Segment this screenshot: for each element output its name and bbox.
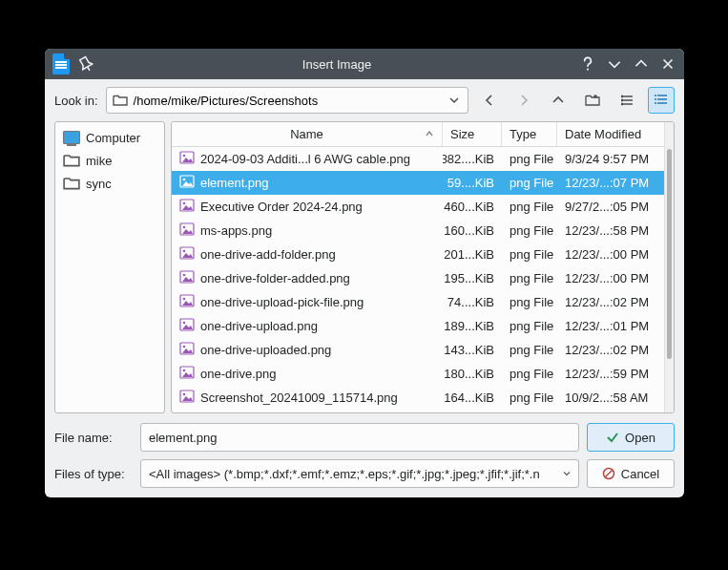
sidebar-item-sync[interactable]: sync: [61, 172, 158, 195]
file-name: one-drive-add-folder.png: [200, 247, 336, 262]
file-list: Name Size Type Date Modified 2024-09-03 …: [171, 121, 675, 413]
image-file-icon: [179, 175, 195, 191]
svg-point-17: [183, 298, 186, 301]
file-dialog: Insert Image Look in: /home/mike/Picture…: [45, 49, 684, 497]
file-name: element.png: [200, 176, 269, 190]
file-date: 12/23/...:02 PM: [557, 295, 664, 309]
path-combo[interactable]: /home/mike/Pictures/Screenshots: [106, 87, 468, 114]
close-button[interactable]: [659, 55, 676, 73]
file-date: 12/23/...:00 PM: [557, 271, 664, 285]
file-date: 9/27/2...:05 PM: [557, 200, 664, 214]
file-name: Executive Order 2024-24.png: [200, 200, 363, 214]
image-file-icon: [179, 222, 195, 239]
svg-point-3: [655, 102, 656, 104]
file-row[interactable]: one-drive-folder-added.png195...KiBpng F…: [172, 266, 664, 290]
file-size: 189...KiB: [443, 319, 502, 333]
file-row[interactable]: element.png59....KiBpng File12/23/...:07…: [172, 171, 664, 195]
svg-point-5: [183, 155, 186, 158]
file-size: 382....KiB: [443, 152, 502, 166]
path-text: /home/mike/Pictures/Screenshots: [134, 94, 319, 108]
svg-point-15: [183, 274, 186, 277]
scroll-thumb[interactable]: [667, 149, 672, 359]
lookin-label: Look in:: [54, 94, 98, 108]
file-name: 2024-09-03 Additi...l 6 AWG cable.png: [200, 152, 410, 166]
file-date: 12/23/...:01 PM: [557, 319, 664, 333]
file-type: png File: [502, 271, 557, 285]
column-type[interactable]: Type: [502, 122, 557, 146]
folder-icon: [113, 94, 128, 107]
file-type: png File: [502, 247, 557, 262]
file-size: 160...KiB: [443, 223, 502, 238]
svg-point-0: [587, 69, 589, 71]
file-row[interactable]: Screenshot_20241009_115714.png164...KiBp…: [172, 386, 664, 410]
file-size: 164...KiB: [443, 391, 502, 405]
image-file-icon: [179, 390, 195, 406]
svg-point-13: [183, 250, 186, 253]
chevron-down-icon: [447, 93, 462, 108]
back-button[interactable]: [476, 87, 503, 114]
file-row[interactable]: Executive Order 2024-24.png460...KiBpng …: [172, 195, 664, 219]
svg-point-25: [183, 393, 186, 396]
sidebar-item-label: mike: [86, 154, 112, 168]
column-size[interactable]: Size: [443, 122, 502, 146]
pin-button[interactable]: [77, 55, 94, 73]
file-date: 12/23/...:07 PM: [557, 176, 664, 190]
minimize-button[interactable]: [606, 55, 623, 73]
file-name: one-drive-upload.png: [200, 319, 318, 333]
lookin-toolbar: Look in: /home/mike/Pictures/Screenshots: [45, 79, 684, 121]
sidebar-item-home[interactable]: mike: [61, 149, 158, 172]
help-button[interactable]: [579, 55, 596, 73]
maximize-button[interactable]: [633, 55, 650, 73]
filename-input[interactable]: element.png: [140, 423, 579, 452]
scrollbar-vertical[interactable]: [664, 122, 674, 412]
filetype-combo[interactable]: <All images> (*.bmp;*.dxf;*.emf;*.emz;*.…: [140, 459, 579, 488]
svg-point-11: [183, 226, 186, 229]
image-file-icon: [179, 151, 195, 167]
column-date[interactable]: Date Modified: [557, 122, 664, 146]
filetype-label: Files of type:: [54, 467, 133, 481]
detail-view-button[interactable]: [648, 87, 675, 114]
file-size: 59....KiB: [443, 176, 502, 190]
file-type: png File: [502, 200, 557, 214]
file-type: png File: [502, 367, 557, 381]
file-name: one-drive-folder-added.png: [200, 271, 350, 285]
file-size: 195...KiB: [443, 271, 502, 285]
file-size: 74....KiB: [443, 295, 502, 309]
new-folder-button[interactable]: [579, 87, 606, 114]
file-size: 180...KiB: [443, 367, 502, 381]
file-date: 10/9/2...:58 AM: [557, 391, 664, 405]
file-type: png File: [502, 295, 557, 309]
file-row[interactable]: 2024-09-03 Additi...l 6 AWG cable.png382…: [172, 147, 664, 171]
file-name: one-drive.png: [200, 367, 277, 381]
window-title: Insert Image: [94, 57, 579, 72]
file-header: Name Size Type Date Modified: [172, 122, 664, 147]
parent-dir-button[interactable]: [545, 87, 572, 114]
svg-point-19: [183, 322, 186, 325]
file-date: 12/23/...:00 PM: [557, 247, 664, 262]
file-date: 9/3/24 9:57 PM: [557, 152, 664, 166]
file-type: png File: [502, 319, 557, 333]
file-size: 201...KiB: [443, 247, 502, 262]
cancel-button[interactable]: Cancel: [587, 459, 675, 488]
file-row[interactable]: one-drive.png180...KiBpng File12/23/...:…: [172, 362, 664, 386]
image-file-icon: [179, 246, 195, 263]
sort-asc-icon: [425, 127, 434, 141]
file-row[interactable]: one-drive-upload-pick-file.png74....KiBp…: [172, 290, 664, 314]
file-type: png File: [502, 223, 557, 238]
folder-icon: [63, 176, 80, 191]
sidebar-item-label: Computer: [86, 131, 140, 145]
svg-point-23: [183, 369, 186, 372]
file-row[interactable]: ms-apps.png160...KiBpng File12/23/...:58…: [172, 219, 664, 243]
file-row[interactable]: one-drive-add-folder.png201...KiBpng Fil…: [172, 243, 664, 266]
file-name: one-drive-uploaded.png: [200, 343, 331, 357]
column-name[interactable]: Name: [172, 122, 443, 146]
svg-point-21: [183, 346, 186, 348]
file-row[interactable]: one-drive-uploaded.png143...KiBpng File1…: [172, 338, 664, 362]
open-button[interactable]: Open: [587, 423, 675, 452]
list-view-button[interactable]: [614, 87, 640, 114]
sidebar-item-computer[interactable]: Computer: [61, 126, 158, 149]
file-size: 460...KiB: [443, 200, 502, 214]
file-date: 12/23/...:58 PM: [557, 223, 664, 238]
forward-button[interactable]: [510, 87, 537, 114]
file-row[interactable]: one-drive-upload.png189...KiBpng File12/…: [172, 314, 664, 338]
